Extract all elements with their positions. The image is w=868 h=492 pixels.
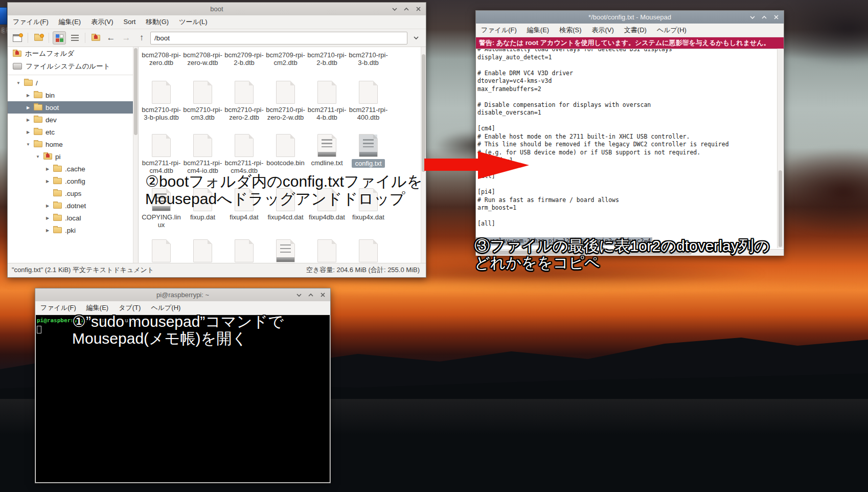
back-button[interactable]: ← [104, 31, 118, 44]
path-input[interactable] [150, 32, 407, 44]
file-item-clipped-4-3[interactable] [265, 239, 306, 262]
file-item-bcm2709-rpi-cm2.dtb[interactable]: bcm2709-rpi-cm2.dtb [265, 49, 306, 66]
tree-expander-icon[interactable]: ▶ [45, 228, 50, 233]
file-item-bcm2711-rpi-cm4-io.dtb[interactable]: bcm2711-rpi-cm4-io.dtb [182, 134, 223, 174]
file-item-bcm2708-rpi-zero-w.dtb[interactable]: bcm2708-rpi-zero-w.dtb [182, 49, 223, 66]
sidebar-separator [8, 75, 138, 75]
fm-titlebar[interactable]: boot [8, 3, 426, 15]
file-item-label: config.txt [352, 159, 384, 168]
tree-item-etc[interactable]: ▶etc [8, 126, 138, 138]
tree-expander-icon[interactable]: ▶ [26, 130, 31, 135]
path-dropdown-button[interactable] [409, 31, 423, 44]
file-item-bcm2711-rpi-cm4s.dtb[interactable]: bcm2711-rpi-cm4s.dtb [223, 134, 265, 174]
tree-item-pi[interactable]: ▼pi [8, 150, 138, 163]
home-button[interactable] [89, 31, 102, 44]
fm-file-grid[interactable]: bcm2708-rpi-zero.dtbbcm2708-rpi-zero-w.d… [139, 47, 426, 263]
tree-item-home[interactable]: ▼home [8, 138, 138, 150]
sidebar-item-home[interactable]: ホームフォルダ [8, 47, 138, 60]
fm-menu-go[interactable]: 移動(G) [141, 15, 174, 29]
file-item-bcm2710-rpi-3-b-plus.dtb[interactable]: bcm2710-rpi-3-b-plus.dtb [141, 81, 182, 121]
file-item-cmdline.txt[interactable]: cmdline.txt [306, 134, 348, 174]
tree-expander-icon[interactable]: ▶ [45, 167, 50, 171]
tree-item-dev[interactable]: ▶dev [8, 114, 138, 126]
mousepad-maximize-button[interactable] [761, 14, 768, 21]
up-button[interactable]: ↑ [135, 31, 148, 44]
file-item-bcm2711-rpi-cm4.dtb[interactable]: bcm2711-rpi-cm4.dtb [141, 134, 182, 174]
tree-item-dot-pki[interactable]: ▶.pki [8, 224, 138, 236]
mousepad-menu-document[interactable]: 文書(D) [619, 24, 652, 37]
sidebar-scrollbar[interactable] [133, 47, 138, 263]
mousepad-menu-search[interactable]: 検索(S) [554, 24, 586, 37]
terminal-close-button[interactable] [319, 292, 326, 299]
icon-view-button[interactable] [53, 31, 66, 44]
mousepad-vscroll-handle[interactable] [779, 170, 782, 247]
file-item-bcm2710-rpi-cm3.dtb[interactable]: bcm2710-rpi-cm3.dtb [182, 81, 223, 121]
mousepad-menu-view[interactable]: 表示(V) [587, 24, 619, 37]
forward-button[interactable]: → [120, 31, 133, 44]
fm-menu-file[interactable]: ファイル(F) [8, 15, 54, 29]
mousepad-menu-edit[interactable]: 編集(E) [522, 24, 554, 37]
tree-item-dot-config[interactable]: ▶.config [8, 175, 138, 187]
mousepad-menu-help[interactable]: ヘルプ(H) [652, 24, 692, 37]
file-item-bcm2709-rpi-2-b.dtb[interactable]: bcm2709-rpi-2-b.dtb [223, 49, 265, 66]
fm-maximize-button[interactable] [403, 6, 410, 13]
mousepad-titlebar[interactable]: */boot/config.txt - Mousepad [476, 11, 784, 24]
terminal-titlebar[interactable]: pi@raspberrypi: ~ [35, 288, 330, 301]
tree-item-dot-dotnet[interactable]: ▶.dotnet [8, 199, 138, 212]
new-folder-button[interactable] [32, 31, 45, 44]
tree-expander-icon[interactable]: ▶ [26, 93, 31, 98]
tree-item-dot-cache[interactable]: ▶.cache [8, 163, 138, 175]
tree-expander-icon[interactable]: ▶ [45, 204, 50, 208]
terminal-window-title: pi@raspberrypi: ~ [35, 291, 330, 299]
file-item-clipped-4-2[interactable] [223, 239, 265, 262]
file-item-bcm2711-rpi-4-b.dtb[interactable]: bcm2711-rpi-4-b.dtb [306, 81, 348, 121]
file-item-bcm2710-rpi-2-b.dtb[interactable]: bcm2710-rpi-2-b.dtb [306, 49, 348, 66]
file-item-bcm2711-rpi-400.dtb[interactable]: bcm2711-rpi-400.dtb [348, 81, 389, 121]
tree-item-dot-local[interactable]: ▶.local [8, 212, 138, 224]
file-item-label: bcm2711-rpi-400.dtb [348, 106, 389, 121]
tree-expander-icon[interactable]: ▼ [16, 81, 21, 85]
file-item-bcm2710-rpi-3-b.dtb[interactable]: bcm2710-rpi-3-b.dtb [348, 49, 389, 66]
file-item-clipped-4-1[interactable] [182, 239, 223, 262]
tree-expander-icon[interactable]: ▶ [26, 118, 31, 122]
tree-expander-icon[interactable]: ▼ [35, 154, 40, 159]
tree-item-root[interactable]: ▼/ [8, 77, 138, 89]
fm-close-button[interactable] [415, 6, 422, 13]
file-item-clipped-4-5[interactable] [348, 239, 389, 262]
fm-minimize-button[interactable] [391, 6, 398, 13]
tree-expander-icon[interactable]: ▶ [45, 216, 50, 220]
annotation-line: ③ファイルの最後に表1or2のdtoverlay列の [474, 237, 769, 254]
tree-item-dot-cups[interactable]: .cups [8, 187, 138, 199]
tree-item-bin[interactable]: ▶bin [8, 89, 138, 101]
file-icon [152, 134, 171, 157]
fm-menu-tools[interactable]: ツール(L) [174, 15, 213, 29]
sidebar-scrollbar-handle[interactable] [134, 48, 138, 135]
file-item-clipped-4-0[interactable] [141, 239, 182, 262]
mousepad-menu-file[interactable]: ファイル(F) [476, 24, 522, 37]
sidebar-item-fs-root[interactable]: ファイルシステムのルート [8, 60, 138, 73]
editor-line: [all] [476, 220, 784, 228]
file-item-bcm2708-rpi-zero.dtb[interactable]: bcm2708-rpi-zero.dtb [141, 49, 182, 66]
list-view-button[interactable] [68, 31, 81, 44]
fm-menu-view[interactable]: 表示(V) [86, 15, 118, 29]
file-item-label: COPYING.linux [141, 213, 182, 229]
file-item-bcm2710-rpi-zero-2.dtb[interactable]: bcm2710-rpi-zero-2.dtb [223, 81, 265, 121]
annotation-line: ②bootフォルダ内のconfig.txtファイルを [145, 173, 422, 190]
file-item-bootcode.bin[interactable]: bootcode.bin [265, 134, 306, 174]
tree-expander-icon[interactable]: ▶ [26, 105, 31, 110]
tree-item-boot[interactable]: ▶boot [8, 101, 138, 114]
file-item-config.txt[interactable]: config.txt [348, 134, 389, 174]
mousepad-editor[interactable]: # Automatically load overlays for detect… [476, 49, 784, 249]
file-item-clipped-4-4[interactable] [306, 239, 348, 262]
terminal-minimize-button[interactable] [295, 292, 303, 299]
file-item-bcm2710-rpi-zero-2-w.dtb[interactable]: bcm2710-rpi-zero-2-w.dtb [265, 81, 306, 121]
tree-expander-icon[interactable]: ▶ [45, 179, 50, 184]
mousepad-vertical-scrollbar[interactable] [777, 49, 783, 248]
fm-menu-edit[interactable]: 編集(E) [54, 15, 86, 29]
tree-expander-icon[interactable]: ▼ [26, 142, 31, 147]
mousepad-minimize-button[interactable] [749, 14, 756, 21]
terminal-maximize-button[interactable] [307, 292, 314, 299]
new-window-button[interactable] [11, 31, 24, 44]
fm-menu-sort[interactable]: Sort [119, 15, 141, 29]
mousepad-close-button[interactable] [772, 14, 780, 21]
